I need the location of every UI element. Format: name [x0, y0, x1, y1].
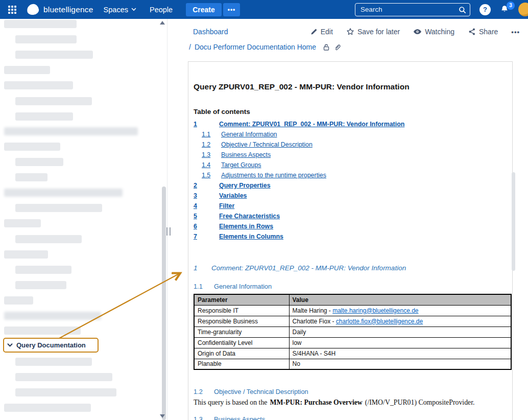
toc-link[interactable]: Comment: ZPURV01_REP_002 - MM-PUR: Vendo…: [219, 121, 404, 128]
toc-link[interactable]: Filter: [219, 202, 234, 209]
sidebar: Query Documentation: [0, 19, 167, 420]
toc-link[interactable]: Variables: [219, 192, 247, 199]
value-cell: Malte Haring - malte.haring@bluetelligen…: [289, 305, 511, 316]
sidebar-item-placeholder[interactable]: [15, 281, 66, 289]
share-button[interactable]: Share: [468, 28, 498, 36]
sidebar-resize-handle[interactable]: [166, 227, 171, 236]
sidebar-item-placeholder[interactable]: [15, 235, 82, 243]
sidebar-item-placeholder[interactable]: [4, 189, 123, 197]
toc-number-link[interactable]: 6: [194, 223, 219, 230]
email-link[interactable]: charlotte.fiox@bluetelligence.de: [336, 318, 423, 325]
section-heading-1-3: 1.3 Business Aspects: [194, 415, 510, 420]
toc-number-link[interactable]: 4: [194, 202, 219, 209]
create-button[interactable]: Create: [186, 3, 222, 16]
sidebar-item-placeholder[interactable]: [15, 173, 47, 181]
scrollbar-up-arrow[interactable]: [160, 21, 165, 25]
toc-link[interactable]: Business Aspects: [221, 151, 271, 158]
sidebar-item-placeholder[interactable]: [4, 81, 73, 89]
notifications-button[interactable]: 3: [500, 5, 510, 15]
content-area: Dashboard / Docu Performer Documentation…: [167, 19, 528, 420]
unlock-icon[interactable]: [323, 43, 330, 51]
sidebar-item-placeholder[interactable]: [15, 204, 102, 212]
help-button[interactable]: ?: [479, 4, 491, 15]
table-row: Planable No: [194, 359, 511, 369]
sidebar-item-placeholder[interactable]: [4, 404, 91, 412]
value-cell: Daily: [289, 326, 511, 337]
toc-entry: 7Elements in Columns: [194, 231, 510, 242]
sidebar-item-placeholder[interactable]: [15, 158, 63, 166]
brand-name[interactable]: bluetelligence: [43, 5, 93, 14]
edit-button[interactable]: Edit: [310, 28, 333, 36]
sidebar-item-placeholder[interactable]: [15, 358, 92, 366]
sidebar-item-placeholder[interactable]: [4, 143, 60, 151]
table-header-row: Parameter Value: [194, 294, 511, 305]
bluetelligence-logo[interactable]: [27, 4, 40, 16]
user-avatar[interactable]: [518, 3, 528, 16]
section-title: Comment: ZPURV01_REP_002 - MM-PUR: Vendo…: [211, 264, 406, 272]
section-number: 1: [194, 264, 211, 272]
toc-link[interactable]: Objective / Technical Description: [221, 141, 313, 148]
toc-link[interactable]: Elements in Columns: [219, 233, 283, 240]
sidebar-item-placeholder[interactable]: [4, 219, 41, 227]
save-for-later-button[interactable]: Save for later: [346, 28, 400, 36]
sidebar-item-placeholder[interactable]: [4, 66, 50, 74]
sidebar-item-placeholder[interactable]: [15, 51, 93, 59]
content-scrollbar[interactable]: [512, 172, 515, 271]
sidebar-item-placeholder[interactable]: [4, 20, 77, 28]
sidebar-item-placeholder[interactable]: [4, 127, 138, 135]
nav-spaces-label: Spaces: [104, 6, 128, 14]
toc-link[interactable]: Elements in Rows: [219, 223, 273, 230]
toc-entry: 3Variables: [194, 191, 510, 201]
breadcrumb-parent-link[interactable]: Dashboard: [193, 28, 228, 36]
toc-link[interactable]: Query Properties: [219, 182, 271, 189]
toc-number-link[interactable]: 1.1: [202, 131, 221, 138]
toc-number-link[interactable]: 7: [194, 233, 219, 240]
sidebar-item-label: Query Documentation: [16, 341, 86, 349]
toc-number-link[interactable]: 5: [194, 213, 219, 220]
sidebar-scrollbar[interactable]: [162, 186, 166, 420]
breadcrumb-current-link[interactable]: Docu Performer Documentation Home: [195, 43, 316, 51]
nav-people[interactable]: People: [150, 6, 173, 14]
toc-number-link[interactable]: 1.5: [202, 172, 221, 179]
page-more-button[interactable]: •••: [511, 28, 520, 36]
nav-spaces[interactable]: Spaces: [104, 6, 136, 14]
sidebar-item-placeholder[interactable]: [4, 250, 48, 259]
search-icon[interactable]: [459, 6, 466, 14]
toc-link[interactable]: Free Characteristics: [219, 213, 280, 220]
toc-link[interactable]: Target Groups: [221, 161, 261, 169]
scrollbar-down-arrow[interactable]: [160, 414, 165, 418]
toc-number-link[interactable]: 1: [194, 121, 219, 128]
toc-entry: 2Query Properties: [194, 180, 510, 191]
watching-label: Watching: [425, 28, 454, 36]
toc-number-link[interactable]: 1.3: [202, 151, 221, 158]
sidebar-item-query-documentation[interactable]: Query Documentation: [7, 338, 86, 353]
toc-link[interactable]: Adjustments to the runtime properties: [221, 172, 326, 179]
section-number: 1.1: [194, 283, 214, 290]
toc-number-link[interactable]: 1.2: [202, 141, 221, 148]
sidebar-item-placeholder[interactable]: [15, 35, 77, 43]
watching-button[interactable]: Watching: [413, 28, 454, 36]
app-switcher-icon[interactable]: [8, 6, 16, 14]
toc-number-link[interactable]: 1.4: [202, 161, 221, 169]
email-link[interactable]: malte.haring@bluetelligence.de: [332, 307, 418, 314]
breadcrumb: / Docu Performer Documentation Home: [189, 43, 341, 51]
toc-number-link[interactable]: 3: [194, 192, 219, 199]
sidebar-item-placeholder[interactable]: [15, 373, 112, 381]
sidebar-item-placeholder[interactable]: [4, 326, 81, 335]
table-of-contents: 1Comment: ZPURV01_REP_002 - MM-PUR: Vend…: [194, 119, 510, 242]
sidebar-item-placeholder[interactable]: [15, 266, 71, 274]
search-input[interactable]: [355, 6, 457, 13]
sidebar-item-placeholder[interactable]: [15, 97, 92, 105]
sidebar-item-placeholder[interactable]: [15, 388, 116, 396]
create-more-button[interactable]: •••: [223, 3, 241, 16]
section-heading-1: 1 Comment: ZPURV01_REP_002 - MM-PUR: Ven…: [194, 264, 510, 272]
save-for-later-label: Save for later: [357, 28, 400, 36]
sidebar-item-placeholder[interactable]: [4, 296, 33, 305]
section-title: General Information: [214, 283, 272, 290]
toc-number-link[interactable]: 2: [194, 182, 219, 189]
toc-link[interactable]: General Information: [221, 131, 277, 138]
table-row: Confidentiality Level low: [194, 337, 511, 348]
sidebar-item-placeholder[interactable]: [4, 312, 101, 320]
sidebar-item-placeholder[interactable]: [15, 112, 73, 121]
attachment-icon[interactable]: [334, 43, 341, 51]
